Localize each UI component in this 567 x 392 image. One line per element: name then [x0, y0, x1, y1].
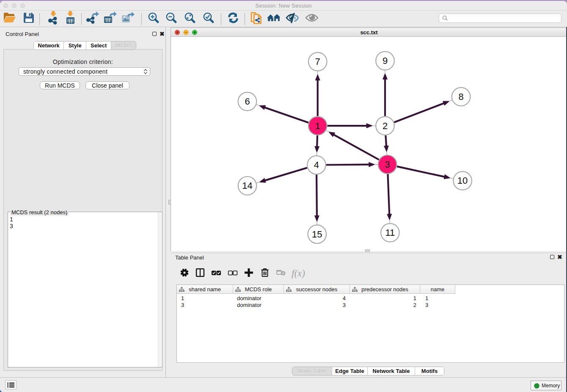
svg-text:6: 6 [245, 96, 250, 107]
svg-text:7: 7 [315, 56, 320, 67]
svg-text:3: 3 [385, 159, 390, 170]
svg-text:10: 10 [457, 175, 468, 186]
svg-text:11: 11 [385, 227, 395, 238]
svg-text:2: 2 [383, 121, 388, 131]
svg-text:9: 9 [383, 55, 388, 66]
svg-text:14: 14 [242, 180, 252, 191]
svg-text:15: 15 [312, 229, 322, 240]
svg-text:4: 4 [314, 160, 319, 170]
svg-text:8: 8 [458, 91, 463, 102]
svg-text:1: 1 [315, 121, 320, 131]
